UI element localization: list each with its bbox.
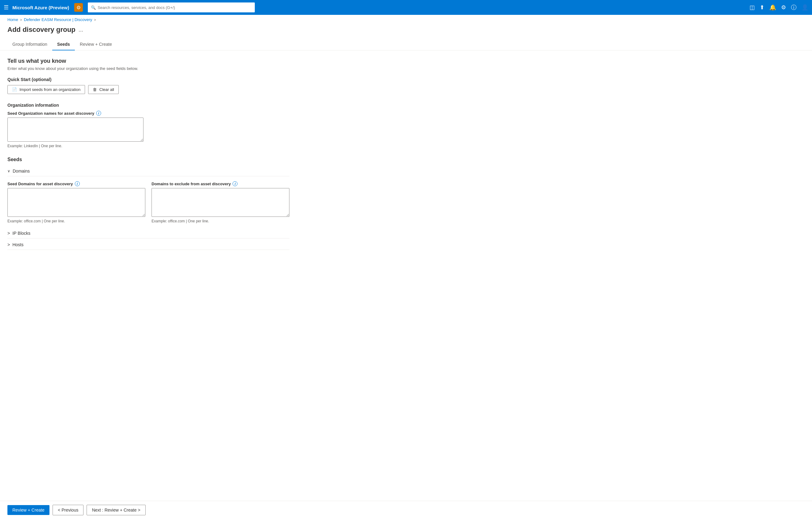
hosts-label: Hosts bbox=[12, 242, 24, 247]
hamburger-menu-icon[interactable]: ☰ bbox=[4, 4, 9, 11]
nav-icons: ◫ ⬆ 🔔 ⚙ ⓘ 👤 bbox=[750, 4, 808, 11]
seed-domains-label: Seed Domains for asset discovery i bbox=[7, 181, 145, 186]
exclude-domains-col: Domains to exclude from asset discovery … bbox=[151, 181, 289, 223]
ip-blocks-label: IP Blocks bbox=[12, 231, 30, 236]
hosts-chevron-icon: > bbox=[7, 242, 10, 247]
domains-fields: Seed Domains for asset discovery i Examp… bbox=[7, 181, 289, 223]
org-info-title: Organization information bbox=[7, 103, 289, 108]
organization-information-section: Organization information Seed Organizati… bbox=[7, 103, 289, 148]
org-names-info-icon[interactable]: i bbox=[96, 111, 101, 116]
seeds-section: Seeds ∨ Domains Seed Domains for asset d… bbox=[7, 157, 289, 250]
more-options-icon[interactable]: ... bbox=[79, 27, 83, 33]
domains-header[interactable]: ∨ Domains bbox=[7, 166, 289, 176]
screen-icon[interactable]: ◫ bbox=[750, 4, 755, 11]
domains-chevron-icon: ∨ bbox=[7, 169, 10, 173]
exclude-domains-info-icon[interactable]: i bbox=[233, 181, 237, 186]
exclude-domains-textarea[interactable] bbox=[151, 188, 289, 217]
tab-group-information[interactable]: Group Information bbox=[7, 39, 52, 50]
seed-domains-hint: Example: office.com | One per line. bbox=[7, 219, 145, 223]
import-seeds-button[interactable]: 📄 Import seeds from an organization bbox=[7, 85, 85, 94]
breadcrumb-home[interactable]: Home bbox=[7, 17, 18, 22]
seed-domains-textarea[interactable] bbox=[7, 188, 145, 217]
user-icon[interactable]: 👤 bbox=[802, 4, 808, 11]
hosts-header[interactable]: > Hosts bbox=[7, 240, 289, 250]
app-icon: ⚙ bbox=[74, 3, 83, 12]
page-header: Add discovery group ... bbox=[0, 24, 812, 39]
bell-icon[interactable]: 🔔 bbox=[769, 4, 776, 11]
seed-domains-info-icon[interactable]: i bbox=[75, 181, 80, 186]
section-title: Tell us what you know bbox=[7, 58, 289, 64]
org-names-textarea[interactable] bbox=[7, 118, 143, 142]
breadcrumb-discovery[interactable]: Defender EASM Resource | Discovery bbox=[24, 17, 92, 22]
app-title: Microsoft Azure (Preview) bbox=[12, 5, 69, 10]
org-names-hint: Example: LinkedIn | One per line. bbox=[7, 144, 289, 148]
import-icon: 📄 bbox=[12, 87, 17, 92]
upload-icon[interactable]: ⬆ bbox=[760, 4, 764, 11]
settings-icon[interactable]: ⚙ bbox=[781, 4, 786, 11]
breadcrumb-separator-1: > bbox=[20, 18, 22, 22]
quick-start-label: Quick Start (optional) bbox=[7, 77, 289, 82]
trash-icon: 🗑 bbox=[93, 87, 97, 92]
exclude-domains-hint: Example: office.com | One per line. bbox=[151, 219, 289, 223]
tab-review-create[interactable]: Review + Create bbox=[75, 39, 117, 50]
tabs-navigation: Group Information Seeds Review + Create bbox=[0, 39, 812, 50]
breadcrumb: Home > Defender EASM Resource | Discover… bbox=[0, 15, 812, 24]
exclude-domains-label: Domains to exclude from asset discovery … bbox=[151, 181, 289, 186]
main-content: Tell us what you know Enter what you kno… bbox=[0, 50, 297, 276]
section-desc: Enter what you know about your organizat… bbox=[7, 66, 289, 71]
breadcrumb-separator-2: > bbox=[94, 18, 96, 22]
top-navigation: ☰ Microsoft Azure (Preview) ⚙ 🔍 ◫ ⬆ 🔔 ⚙ … bbox=[0, 0, 812, 15]
domains-label: Domains bbox=[13, 169, 30, 174]
domains-content: Seed Domains for asset discovery i Examp… bbox=[7, 181, 289, 223]
tab-seeds[interactable]: Seeds bbox=[52, 39, 75, 50]
clear-all-button[interactable]: 🗑 Clear all bbox=[88, 85, 119, 94]
seed-domains-col: Seed Domains for asset discovery i Examp… bbox=[7, 181, 145, 223]
help-icon[interactable]: ⓘ bbox=[791, 4, 796, 11]
search-icon: 🔍 bbox=[91, 5, 96, 10]
search-input[interactable] bbox=[98, 5, 252, 10]
ip-blocks-header[interactable]: > IP Blocks bbox=[7, 228, 289, 238]
quick-start-buttons: 📄 Import seeds from an organization 🗑 Cl… bbox=[7, 85, 289, 94]
seeds-title: Seeds bbox=[7, 157, 289, 163]
intro-section: Tell us what you know Enter what you kno… bbox=[7, 58, 289, 71]
quick-start-section: Quick Start (optional) 📄 Import seeds fr… bbox=[7, 77, 289, 94]
search-bar[interactable]: 🔍 bbox=[88, 2, 255, 12]
ip-blocks-chevron-icon: > bbox=[7, 231, 10, 236]
page-title: Add discovery group bbox=[7, 26, 76, 34]
org-names-label: Seed Organization names for asset discov… bbox=[7, 111, 289, 116]
